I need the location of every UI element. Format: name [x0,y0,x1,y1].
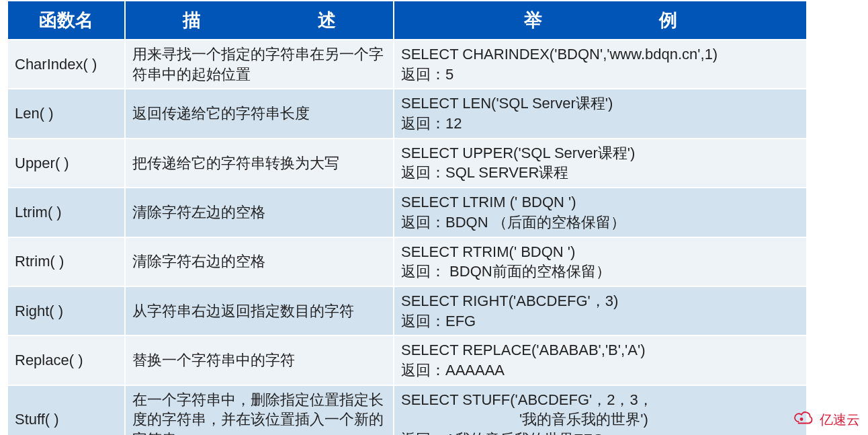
cell-example: SELECT LTRIM (' BDQN ') 返回：BDQN （后面的空格保留… [394,188,807,237]
table-row: CharIndex( ) 用来寻找一个指定的字符串在另一个字符串中的起始位置 S… [7,40,807,89]
header-description: 描 述 [125,1,394,40]
table-row: Right( ) 从字符串右边返回指定数目的字符 SELECT RIGHT('A… [7,286,807,335]
cell-description: 从字符串右边返回指定数目的字符 [125,286,394,335]
cell-description: 用来寻找一个指定的字符串在另一个字符串中的起始位置 [125,40,394,89]
function-reference-table: 函数名 描 述 举 例 CharIndex( ) 用来寻找一个指定的字符串在另一… [7,0,808,435]
cell-description: 在一个字符串中，删除指定位置指定长度的字符串，并在该位置插入一个新的字符串 [125,385,394,435]
cell-function-name: Right( ) [7,286,125,335]
watermark: 亿速云 [791,410,860,430]
cell-description: 替换一个字符串中的字符 [125,335,394,385]
table-row: Stuff( ) 在一个字符串中，删除指定位置指定长度的字符串，并在该位置插入一… [7,385,807,435]
cell-example: SELECT UPPER('SQL Server课程') 返回：SQL SERV… [394,139,807,188]
cell-example: SELECT LEN('SQL Server课程') 返回：12 [394,89,807,138]
table-header-row: 函数名 描 述 举 例 [7,1,807,40]
table-row: Replace( ) 替换一个字符串中的字符 SELECT REPLACE('A… [7,335,807,385]
cell-description: 清除字符左边的空格 [125,188,394,237]
watermark-text: 亿速云 [820,411,860,429]
table-row: Upper( ) 把传递给它的字符串转换为大写 SELECT UPPER('SQ… [7,139,807,188]
table-row: Ltrim( ) 清除字符左边的空格 SELECT LTRIM (' BDQN … [7,188,807,237]
table-row: Rtrim( ) 清除字符右边的空格 SELECT RTRIM(' BDQN '… [7,237,807,286]
cloud-icon [791,410,816,430]
table-row: Len( ) 返回传递给它的字符串长度 SELECT LEN('SQL Serv… [7,89,807,138]
svg-point-0 [800,418,804,421]
cell-function-name: Ltrim( ) [7,188,125,237]
cell-function-name: Len( ) [7,89,125,138]
cell-example: SELECT RTRIM(' BDQN ') 返回： BDQN前面的空格保留） [394,237,807,286]
cell-example: SELECT STUFF('ABCDEFG'，2，3， '我的音乐我的世界') … [394,385,807,435]
cell-description: 清除字符右边的空格 [125,237,394,286]
cell-function-name: Rtrim( ) [7,237,125,286]
header-function-name: 函数名 [7,1,125,40]
cell-function-name: Replace( ) [7,335,125,385]
cell-function-name: Stuff( ) [7,385,125,435]
cell-example: SELECT REPLACE('ABABAB','B','A') 返回：AAAA… [394,335,807,385]
cell-function-name: Upper( ) [7,139,125,188]
header-example: 举 例 [394,1,807,40]
cell-example: SELECT CHARINDEX('BDQN','www.bdqn.cn',1)… [394,40,807,89]
cell-description: 返回传递给它的字符串长度 [125,89,394,138]
cell-description: 把传递给它的字符串转换为大写 [125,139,394,188]
cell-function-name: CharIndex( ) [7,40,125,89]
cell-example: SELECT RIGHT('ABCDEFG'，3) 返回：EFG [394,286,807,335]
